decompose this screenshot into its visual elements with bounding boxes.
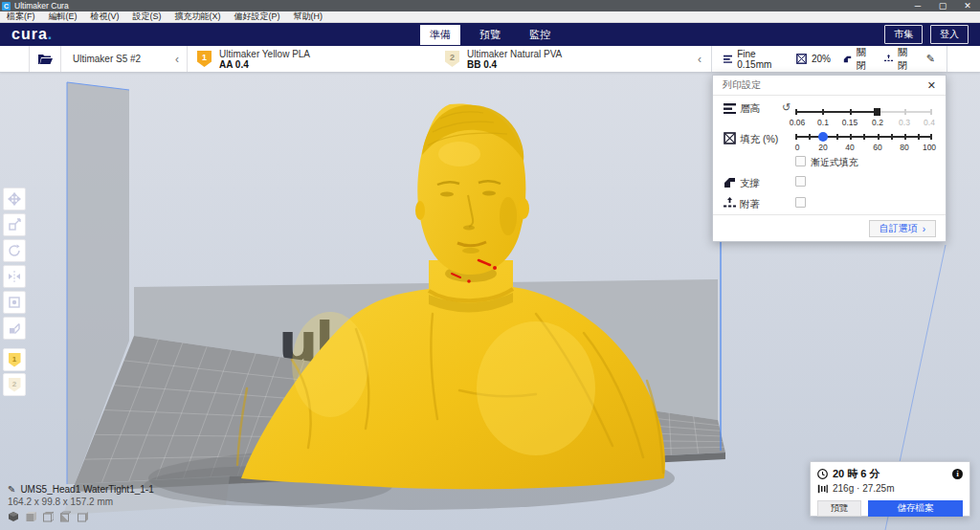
extruder-2-print-core: BB 0.4: [467, 59, 562, 70]
tab-preview[interactable]: 預覽: [470, 25, 510, 45]
clock-icon: [817, 469, 828, 479]
menu-bar: 檔案(F) 編輯(E) 檢視(V) 設定(S) 擴充功能(X) 偏好設定(P) …: [0, 11, 980, 23]
infill-summary: 20%: [796, 54, 831, 64]
infill-icon: [796, 54, 807, 64]
scale-icon: [8, 218, 21, 232]
close-icon[interactable]: ✕: [955, 1, 980, 11]
configuration-bar: Ultimaker S5 #2 ‹ 1 Ultimaker Yellow PLA…: [0, 46, 980, 73]
infill-handle[interactable]: [818, 132, 828, 142]
menu-preferences[interactable]: 偏好設定(P): [228, 11, 287, 23]
info-icon[interactable]: i: [952, 469, 963, 479]
support-checkbox[interactable]: [795, 176, 806, 187]
tab-monitor[interactable]: 監控: [520, 25, 560, 45]
menu-edit[interactable]: 編輯(E): [42, 11, 84, 23]
menu-help[interactable]: 幫助(H): [287, 11, 330, 23]
view-front-icon[interactable]: [25, 511, 36, 522]
rename-pencil-icon[interactable]: ✎: [8, 484, 15, 495]
layer-height-slider[interactable]: [795, 105, 932, 119]
support-blocker-button[interactable]: [3, 317, 26, 340]
marketplace-button[interactable]: 市集: [884, 25, 923, 44]
view-right-icon[interactable]: [77, 511, 88, 522]
rotate-icon: [8, 244, 21, 257]
window-title: Ultimaker Cura: [14, 1, 69, 11]
rotate-tool-button[interactable]: [3, 239, 26, 262]
print-settings-summary[interactable]: Fine 0.15mm 20% 關閉 關閉 ✎: [712, 46, 947, 72]
adhesion-icon: [724, 197, 736, 210]
mirror-tool-button[interactable]: [3, 265, 26, 288]
close-icon[interactable]: ✕: [927, 79, 936, 92]
support-summary: 關閉: [843, 46, 872, 73]
extruder-1-shield-icon: 1: [197, 51, 212, 67]
per-model-settings-icon: [8, 296, 21, 309]
support-label: 支撐: [740, 177, 760, 190]
print-time: 20 時 6 分: [833, 467, 880, 481]
adhesion-summary: 關閉: [884, 46, 913, 73]
layer-height-handle[interactable]: [874, 108, 880, 116]
preview-button[interactable]: 預覽: [817, 500, 861, 517]
extruder-2-shield-icon: 2: [9, 378, 21, 392]
gradual-infill-label: 漸近式填充: [811, 156, 858, 169]
menu-settings[interactable]: 設定(S): [126, 11, 168, 23]
print-settings-panel: 列印設定 ✕ 層高 ↺ 0.06 0.1 0.15 0.2 0.3 0.4 填充…: [712, 75, 947, 242]
stage-tabs: 準備 預覽 監控: [420, 25, 560, 45]
infill-label: 填充 (%): [740, 133, 778, 146]
sign-in-button[interactable]: 登入: [930, 25, 969, 44]
menu-extensions[interactable]: 擴充功能(X): [168, 11, 228, 23]
menu-file[interactable]: 檔案(F): [0, 11, 42, 23]
adhesion-label: 附著: [740, 198, 760, 211]
chevron-left-icon: ‹: [698, 53, 702, 66]
tab-prepare[interactable]: 準備: [420, 25, 460, 45]
per-model-settings-button[interactable]: [3, 291, 26, 314]
save-file-button[interactable]: 儲存檔案: [868, 500, 963, 517]
view-3d-icon[interactable]: [8, 511, 19, 522]
app-icon: C: [2, 2, 11, 11]
layer-height-label: 層高: [740, 102, 760, 116]
infill-tick-labels: 0 20 40 60 80 100: [795, 143, 932, 152]
layer-height-icon: [724, 102, 736, 115]
minimize-icon[interactable]: ─: [905, 1, 930, 11]
edit-settings-pencil-icon[interactable]: ✎: [926, 53, 935, 65]
chevron-right-icon: ›: [923, 224, 925, 234]
chevron-left-icon: ‹: [175, 53, 179, 66]
view-left-icon[interactable]: [59, 511, 71, 522]
support-icon: [724, 176, 736, 188]
layer-height-icon: [724, 54, 732, 64]
view-top-icon[interactable]: [42, 511, 54, 522]
open-file-button[interactable]: [29, 46, 61, 72]
material-usage: 216g · 27.25m: [833, 483, 895, 494]
maximize-icon[interactable]: ▢: [930, 1, 955, 11]
mirror-icon: [8, 270, 21, 283]
custom-settings-button[interactable]: 自訂選項›: [869, 220, 936, 237]
material-spool-icon: [817, 484, 828, 494]
adhesion-checkbox[interactable]: [795, 197, 806, 208]
gradual-infill-checkbox[interactable]: [795, 156, 806, 166]
extruder-1-print-core: AA 0.4: [219, 59, 310, 70]
infill-slider[interactable]: [795, 130, 932, 144]
main-header: cura. 準備 預覽 監控 市集 登入: [0, 23, 980, 46]
scale-tool-button[interactable]: [3, 213, 26, 236]
extruder-2-shield-icon: 2: [445, 51, 459, 67]
printer-selector[interactable]: Ultimaker S5 #2 ‹: [61, 46, 188, 72]
cura-logo: cura.: [11, 26, 53, 43]
layer-height-tick-labels: 0.06 0.1 0.15 0.2 0.3 0.4: [795, 118, 932, 127]
adhesion-icon: [884, 54, 893, 64]
extruder-1-shield-icon: 1: [9, 353, 21, 367]
support-icon: [843, 54, 852, 64]
model-dimensions: 164.2 x 99.8 x 157.2 mm: [8, 497, 154, 507]
extruder-2-material: Ultimaker Natural PVA: [467, 49, 562, 59]
extruder-1-config[interactable]: 1 Ultimaker Yellow PLA AA 0.4: [188, 46, 435, 72]
model-filename: UMS5_Head1 WaterTight1_1-1: [20, 484, 153, 495]
menu-view[interactable]: 檢視(V): [84, 11, 126, 23]
reset-icon[interactable]: ↺: [782, 101, 791, 114]
extruder-1-button[interactable]: 1: [3, 348, 26, 371]
infill-icon: [724, 132, 736, 144]
support-blocker-icon: [8, 321, 21, 335]
move-tool-button[interactable]: [3, 188, 26, 210]
model-info: ✎ UMS5_Head1 WaterTight1_1-1 164.2 x 99.…: [8, 484, 154, 522]
extruder-2-config[interactable]: 2 Ultimaker Natural PVA BB 0.4 ‹: [435, 46, 712, 72]
extruder-2-button[interactable]: 2: [3, 373, 26, 396]
panel-title: 列印設定: [723, 78, 761, 92]
move-icon: [8, 192, 21, 206]
extruder-1-material: Ultimaker Yellow PLA: [219, 49, 310, 59]
profile-summary: Fine 0.15mm: [724, 49, 784, 70]
